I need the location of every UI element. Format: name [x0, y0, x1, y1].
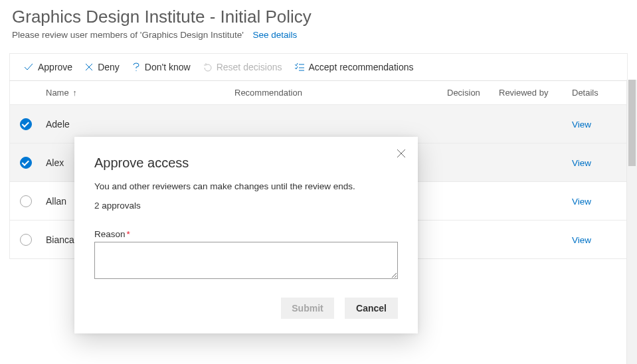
col-name-label: Name	[46, 88, 69, 98]
scrollbar-thumb[interactable]	[628, 80, 636, 166]
accept-label: Accept recommendations	[309, 62, 414, 72]
dialog-button-row: Submit Cancel	[94, 298, 398, 319]
dont-know-label: Don't know	[145, 62, 191, 72]
required-asterisk: *	[127, 229, 130, 239]
cancel-button[interactable]: Cancel	[345, 298, 398, 319]
refresh-icon	[203, 62, 213, 72]
view-link[interactable]: View	[572, 197, 591, 207]
toolbar: Approve Deny Don't know Reset decisions …	[9, 53, 628, 81]
col-header-recommendation[interactable]: Recommendation	[234, 88, 447, 98]
submit-button[interactable]: Submit	[281, 298, 334, 319]
col-header-details[interactable]: Details	[572, 88, 608, 98]
row-select-radio[interactable]	[20, 195, 32, 207]
sort-asc-icon: ↑	[72, 88, 77, 98]
reset-label: Reset decisions	[217, 62, 282, 72]
reason-label: Reason*	[94, 229, 398, 239]
view-link[interactable]: View	[572, 158, 591, 168]
row-select-radio[interactable]	[20, 157, 32, 169]
approve-access-dialog: Approve access You and other reviewers c…	[74, 137, 418, 333]
close-icon[interactable]	[397, 149, 406, 161]
subtitle-row: Please review user members of 'Graphics …	[0, 30, 637, 53]
scrollbar[interactable]	[626, 80, 637, 364]
x-icon	[84, 62, 94, 72]
approve-label: Approve	[38, 62, 72, 72]
see-details-link[interactable]: See details	[253, 30, 298, 40]
subtitle-text: Please review user members of 'Graphics …	[12, 30, 244, 40]
dialog-info-text: You and other reviewers can make changes…	[94, 181, 398, 191]
view-link[interactable]: View	[572, 235, 591, 245]
reset-decisions-button: Reset decisions	[203, 62, 282, 72]
col-header-name[interactable]: Name ↑	[42, 88, 234, 98]
row-select-radio[interactable]	[20, 118, 32, 130]
col-header-reviewed-by[interactable]: Reviewed by	[499, 88, 572, 98]
reason-label-text: Reason	[94, 229, 126, 239]
page-title: Graphics Design Institute - Initial Poli…	[0, 0, 637, 30]
checkmark-icon	[23, 62, 34, 72]
col-header-decision[interactable]: Decision	[447, 88, 499, 98]
list-check-icon	[294, 62, 305, 72]
row-name: Adele	[42, 119, 234, 130]
deny-label: Deny	[98, 62, 120, 72]
grid-header: Name ↑ Recommendation Decision Reviewed …	[10, 81, 627, 105]
approve-button[interactable]: Approve	[23, 62, 72, 72]
approval-count: 2 approvals	[94, 201, 398, 211]
dialog-title: Approve access	[94, 155, 398, 171]
reason-input[interactable]	[94, 242, 398, 279]
view-link[interactable]: View	[572, 120, 591, 130]
accept-recommendations-button[interactable]: Accept recommendations	[294, 62, 414, 72]
dont-know-button[interactable]: Don't know	[132, 62, 191, 72]
row-select-radio[interactable]	[20, 234, 32, 246]
question-icon	[132, 62, 141, 72]
deny-button[interactable]: Deny	[84, 62, 120, 72]
